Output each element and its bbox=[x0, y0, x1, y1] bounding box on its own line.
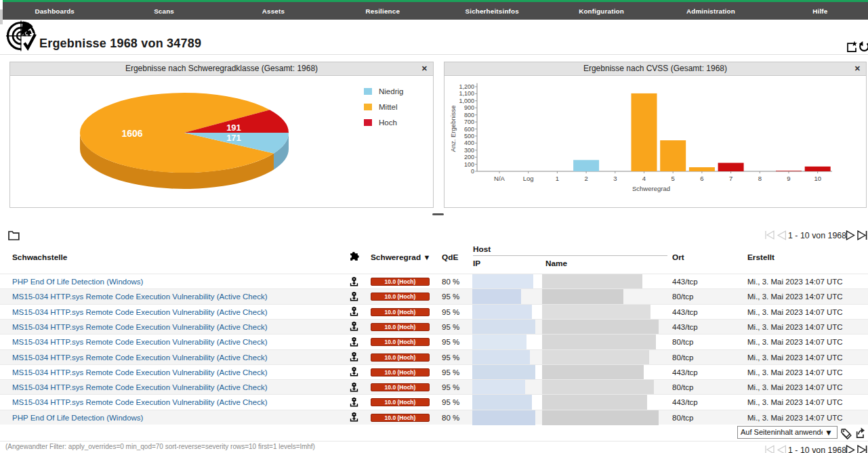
svg-text:Log: Log bbox=[523, 175, 534, 182]
svg-text:191: 191 bbox=[226, 123, 241, 133]
svg-text:400: 400 bbox=[464, 139, 474, 146]
svg-text:300: 300 bbox=[464, 147, 474, 154]
svg-text:8: 8 bbox=[758, 175, 762, 182]
svg-text:900: 900 bbox=[464, 104, 474, 111]
svg-text:2: 2 bbox=[584, 175, 587, 182]
svg-text:1,000: 1,000 bbox=[459, 98, 474, 104]
svg-text:4: 4 bbox=[642, 175, 646, 182]
svg-text:6: 6 bbox=[700, 175, 703, 182]
svg-text:Niedrig: Niedrig bbox=[379, 87, 403, 95]
svg-text:1,200: 1,200 bbox=[459, 83, 474, 90]
svg-text:7: 7 bbox=[729, 175, 732, 182]
svg-text:200: 200 bbox=[464, 154, 474, 160]
svg-text:700: 700 bbox=[464, 118, 474, 125]
svg-text:600: 600 bbox=[464, 126, 474, 133]
svg-text:Anz. Ergebnisse: Anz. Ergebnisse bbox=[449, 105, 457, 152]
svg-text:800: 800 bbox=[464, 112, 474, 118]
svg-text:500: 500 bbox=[464, 133, 474, 139]
svg-text:Mittel: Mittel bbox=[379, 103, 397, 111]
svg-text:0: 0 bbox=[471, 168, 474, 175]
svg-text:3: 3 bbox=[613, 175, 617, 182]
svg-text:5: 5 bbox=[671, 175, 675, 182]
svg-text:9: 9 bbox=[787, 175, 790, 182]
svg-text:N/A: N/A bbox=[494, 175, 505, 182]
svg-text:171: 171 bbox=[226, 133, 241, 143]
svg-text:10: 10 bbox=[814, 175, 821, 182]
svg-text:1,100: 1,100 bbox=[459, 90, 474, 97]
svg-text:Hoch: Hoch bbox=[379, 118, 397, 127]
svg-text:100: 100 bbox=[464, 161, 474, 168]
svg-text:Schweregrad: Schweregrad bbox=[632, 185, 670, 192]
svg-text:1606: 1606 bbox=[121, 128, 142, 139]
svg-text:1: 1 bbox=[556, 175, 559, 182]
